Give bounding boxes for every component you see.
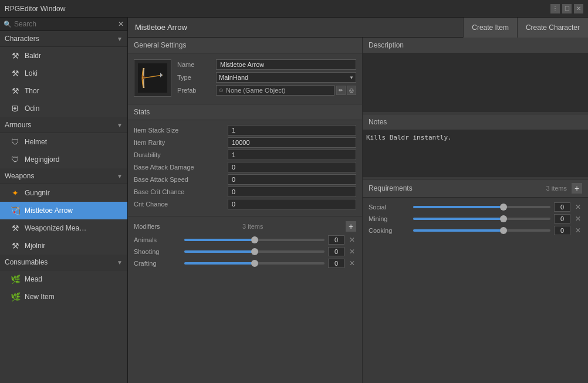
sidebar-item-baldr[interactable]: ⚒ Baldr [0,47,127,65]
description-textarea[interactable] [363,53,588,112]
sidebar-item-mjolnir[interactable]: ⚒ Mjolnir [0,237,127,255]
modifier-row-animals: Animals ✕ [134,235,356,245]
mining-slider[interactable] [413,215,550,223]
weaponized-icon: ⚒ [9,222,21,234]
modifier-row-shooting: Shooting ✕ [134,247,356,256]
category-weapons[interactable]: Weapons ▼ [0,168,127,184]
content-area: General Settings [128,38,588,383]
crafting-slider[interactable] [184,259,325,267]
notes-section: Notes Kills Baldr instantly. [363,114,588,179]
prefab-icons: ✏ ◎ [336,86,356,95]
sidebar-item-loki[interactable]: ⚒ Loki [0,65,127,82]
create-character-button[interactable]: Create Character [517,18,588,38]
name-field-row: Name [177,59,356,70]
search-clear-button[interactable]: ✕ [118,20,124,28]
shooting-value[interactable] [328,247,344,256]
attack-damage-label: Base Attack Damage [134,164,228,171]
item-title: Mistletoe Arrow [128,23,463,32]
mining-value[interactable] [554,214,570,223]
category-characters[interactable]: Characters ▼ [0,31,127,47]
prefab-target-button[interactable]: ◎ [347,86,356,95]
prefab-row: ⊙ None (Game Object) ✏ ◎ [216,85,356,96]
name-input[interactable] [216,59,356,70]
animals-value[interactable] [328,235,344,245]
thor-label: Thor [25,87,39,95]
sidebar-item-gungnir[interactable]: ✦ Gungnir [0,184,127,202]
cooking-slider[interactable] [413,226,550,235]
window-title: RPGEditor Window [5,5,550,13]
base-crit-input[interactable] [228,187,356,197]
animals-slider[interactable] [184,236,325,244]
category-armours[interactable]: Armours ▼ [0,117,127,133]
sidebar-item-helmet[interactable]: 🛡 Helmet [0,133,127,151]
social-remove-button[interactable]: ✕ [574,203,582,211]
close-button[interactable]: ✕ [574,4,583,13]
create-item-button[interactable]: Create Item [463,18,517,38]
requirements-title: Requirements [369,184,546,192]
category-consumables[interactable]: Consumables ▼ [0,255,127,270]
sidebar-item-weaponized[interactable]: ⚒ Weaponized Mea… [0,219,127,237]
info-panel: Description Notes Kills Baldr instantly.… [363,38,588,383]
requirements-content: Social ✕ Mi [363,198,588,242]
rarity-input[interactable] [228,137,356,148]
sidebar-content: Characters ▼ ⚒ Baldr ⚒ Loki ⚒ Thor ⛨ Odi… [0,31,127,383]
sidebar-item-odin[interactable]: ⛨ Odin [0,100,127,117]
shooting-remove-button[interactable]: ✕ [348,248,356,256]
crafting-label: Crafting [134,260,181,267]
prefab-field-row: Prefab ⊙ None (Game Object) ✏ ◎ [177,85,356,96]
title-bar: RPGEditor Window ⋮ ☐ ✕ [0,0,588,18]
add-modifier-button[interactable]: + [346,221,356,232]
req-row-cooking: Cooking ✕ [369,226,582,235]
sidebar-item-mead[interactable]: 🌿 Mead [0,270,127,288]
category-armours-label: Armours [5,121,31,129]
stat-row-base-crit: Base Crit Chance [134,187,356,197]
attack-speed-input[interactable] [228,174,356,185]
type-select[interactable]: MainHand OffHand TwoHand [216,72,356,83]
general-settings-fields: Name Type MainHand OffHand TwoHand [177,59,356,98]
odin-icon: ⛨ [9,103,21,114]
shooting-slider[interactable] [184,248,325,256]
modifiers-count: 3 items [242,223,263,230]
search-bar: 🔍 ✕ [0,18,127,31]
search-input[interactable] [14,20,116,28]
prefab-edit-button[interactable]: ✏ [336,86,346,95]
animals-remove-button[interactable]: ✕ [348,236,356,244]
baldr-icon: ⚒ [9,50,21,62]
crit-chance-label: Crit Chance [134,201,228,208]
general-settings-header: General Settings [128,38,362,53]
category-characters-label: Characters [5,35,39,43]
notes-textarea[interactable]: Kills Baldr instantly. [363,130,588,177]
social-value[interactable] [554,202,570,212]
attack-damage-input[interactable] [228,162,356,172]
type-field-row: Type MainHand OffHand TwoHand ▼ [177,72,356,83]
add-requirement-button[interactable]: + [572,183,582,194]
stat-row-stack-size: Item Stack Size [134,125,356,135]
stack-size-input[interactable] [228,125,356,135]
top-bar: Mistletoe Arrow Create Item Create Chara… [128,18,588,38]
durability-input[interactable] [228,150,356,160]
menu-button[interactable]: ⋮ [550,4,560,13]
sidebar-item-new-item[interactable]: 🌿 New Item [0,288,127,306]
prefab-label: Prefab [177,87,212,94]
crafting-value[interactable] [328,259,344,268]
megingjord-icon: 🛡 [9,154,21,165]
category-weapons-arrow: ▼ [117,173,123,179]
req-row-social: Social ✕ [369,202,582,212]
cooking-remove-button[interactable]: ✕ [574,226,582,235]
sidebar-item-mistletoe-arrow[interactable]: 🏹 Mistletoe Arrow [0,202,127,219]
crit-chance-input[interactable] [228,199,356,209]
right-panel: Mistletoe Arrow Create Item Create Chara… [128,18,588,383]
social-slider[interactable] [413,203,550,211]
crafting-remove-button[interactable]: ✕ [348,259,356,267]
category-consumables-label: Consumables [5,258,48,266]
sidebar-item-megingjord[interactable]: 🛡 Megingjord [0,151,127,168]
mjolnir-icon: ⚒ [9,240,21,252]
restore-button[interactable]: ☐ [562,4,572,13]
category-armours-arrow: ▼ [117,122,123,128]
mining-remove-button[interactable]: ✕ [574,215,582,223]
name-label: Name [177,61,212,68]
cooking-value[interactable] [554,226,570,235]
sidebar-item-thor[interactable]: ⚒ Thor [0,82,127,100]
search-icon: 🔍 [4,21,12,28]
stat-row-attack-damage: Base Attack Damage [134,162,356,172]
